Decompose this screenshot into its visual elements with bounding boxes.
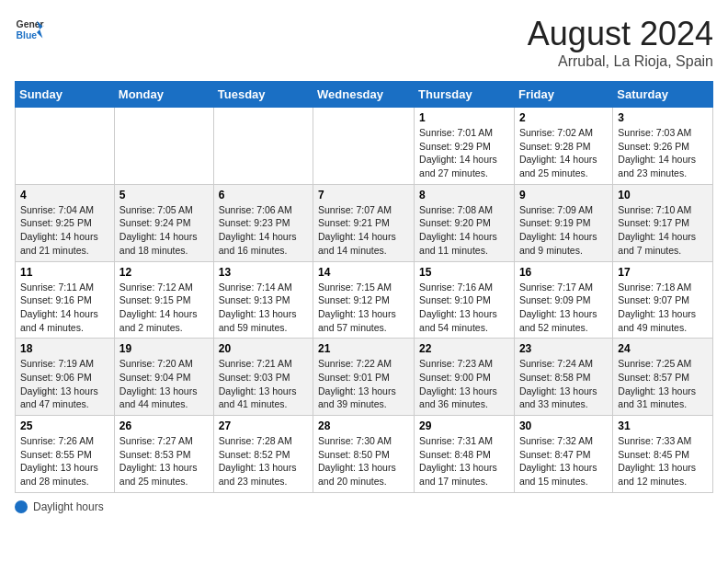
day-info: Sunrise: 7:20 AM Sunset: 9:04 PM Dayligh…	[119, 357, 209, 411]
day-number: 12	[119, 266, 209, 279]
day-number: 4	[20, 189, 109, 201]
calendar-week-row: 1Sunrise: 7:01 AM Sunset: 9:29 PM Daylig…	[16, 108, 713, 185]
title-block: August 2024 Arrubal, La Rioja, Spain	[528, 15, 713, 70]
day-info: Sunrise: 7:03 AM Sunset: 9:26 PM Dayligh…	[618, 126, 708, 180]
day-number: 6	[219, 189, 308, 201]
calendar-cell: 15Sunrise: 7:16 AM Sunset: 9:10 PM Dayli…	[415, 261, 515, 339]
calendar-cell: 9Sunrise: 7:09 AM Sunset: 9:19 PM Daylig…	[514, 184, 612, 261]
day-info: Sunrise: 7:22 AM Sunset: 9:01 PM Dayligh…	[318, 357, 409, 411]
calendar-day-header: Wednesday	[313, 82, 415, 108]
day-number: 18	[20, 342, 109, 355]
calendar-day-header: Thursday	[415, 82, 515, 108]
footer: Daylight hours	[15, 500, 713, 513]
calendar-cell: 16Sunrise: 7:17 AM Sunset: 9:09 PM Dayli…	[514, 261, 612, 339]
day-number: 2	[519, 111, 608, 124]
day-number: 10	[618, 189, 708, 201]
day-info: Sunrise: 7:28 AM Sunset: 8:52 PM Dayligh…	[219, 434, 308, 488]
day-number: 22	[419, 342, 509, 355]
calendar-cell: 25Sunrise: 7:26 AM Sunset: 8:55 PM Dayli…	[16, 416, 115, 493]
calendar-cell: 28Sunrise: 7:30 AM Sunset: 8:50 PM Dayli…	[313, 416, 415, 493]
calendar-day-header: Monday	[114, 82, 213, 108]
logo-icon: General Blue	[15, 15, 44, 44]
calendar-day-header: Friday	[514, 82, 612, 108]
day-info: Sunrise: 7:33 AM Sunset: 8:45 PM Dayligh…	[618, 434, 708, 488]
calendar-cell: 26Sunrise: 7:27 AM Sunset: 8:53 PM Dayli…	[114, 416, 213, 493]
calendar-cell: 1Sunrise: 7:01 AM Sunset: 9:29 PM Daylig…	[415, 108, 515, 185]
calendar-cell: 30Sunrise: 7:32 AM Sunset: 8:47 PM Dayli…	[514, 416, 612, 493]
day-number: 24	[618, 342, 708, 355]
calendar-week-row: 4Sunrise: 7:04 AM Sunset: 9:25 PM Daylig…	[16, 184, 713, 261]
day-number: 11	[20, 266, 109, 279]
calendar-cell	[213, 108, 313, 185]
day-info: Sunrise: 7:14 AM Sunset: 9:13 PM Dayligh…	[219, 281, 308, 335]
calendar-cell: 10Sunrise: 7:10 AM Sunset: 9:17 PM Dayli…	[613, 184, 713, 261]
daylight-icon	[15, 500, 28, 513]
calendar-cell	[114, 108, 213, 185]
calendar-week-row: 25Sunrise: 7:26 AM Sunset: 8:55 PM Dayli…	[16, 416, 713, 493]
calendar-cell	[16, 108, 115, 185]
day-info: Sunrise: 7:27 AM Sunset: 8:53 PM Dayligh…	[119, 434, 209, 488]
day-number: 21	[318, 342, 409, 355]
calendar-week-row: 18Sunrise: 7:19 AM Sunset: 9:06 PM Dayli…	[16, 339, 713, 416]
day-info: Sunrise: 7:11 AM Sunset: 9:16 PM Dayligh…	[20, 281, 109, 335]
day-info: Sunrise: 7:30 AM Sunset: 8:50 PM Dayligh…	[318, 434, 409, 488]
day-number: 3	[618, 111, 708, 124]
subtitle: Arrubal, La Rioja, Spain	[528, 53, 713, 70]
day-info: Sunrise: 7:08 AM Sunset: 9:20 PM Dayligh…	[419, 203, 509, 258]
day-info: Sunrise: 7:16 AM Sunset: 9:10 PM Dayligh…	[419, 281, 509, 335]
calendar-cell: 12Sunrise: 7:12 AM Sunset: 9:15 PM Dayli…	[114, 261, 213, 339]
day-number: 27	[219, 419, 308, 432]
calendar-cell: 20Sunrise: 7:21 AM Sunset: 9:03 PM Dayli…	[213, 339, 313, 416]
day-number: 19	[119, 342, 209, 355]
day-number: 5	[119, 189, 209, 201]
calendar-cell: 19Sunrise: 7:20 AM Sunset: 9:04 PM Dayli…	[114, 339, 213, 416]
calendar-day-header: Saturday	[613, 82, 713, 108]
calendar-header-row: SundayMondayTuesdayWednesdayThursdayFrid…	[16, 82, 713, 108]
day-number: 29	[419, 419, 509, 432]
day-info: Sunrise: 7:32 AM Sunset: 8:47 PM Dayligh…	[519, 434, 608, 488]
calendar-cell: 7Sunrise: 7:07 AM Sunset: 9:21 PM Daylig…	[313, 184, 415, 261]
day-info: Sunrise: 7:04 AM Sunset: 9:25 PM Dayligh…	[20, 203, 109, 258]
day-number: 13	[219, 266, 308, 279]
main-title: August 2024	[528, 15, 713, 53]
calendar-cell: 8Sunrise: 7:08 AM Sunset: 9:20 PM Daylig…	[415, 184, 515, 261]
day-number: 8	[419, 189, 509, 201]
day-info: Sunrise: 7:31 AM Sunset: 8:48 PM Dayligh…	[419, 434, 509, 488]
day-info: Sunrise: 7:17 AM Sunset: 9:09 PM Dayligh…	[519, 281, 608, 335]
calendar-table: SundayMondayTuesdayWednesdayThursdayFrid…	[15, 81, 713, 493]
day-number: 26	[119, 419, 209, 432]
calendar-cell: 31Sunrise: 7:33 AM Sunset: 8:45 PM Dayli…	[613, 416, 713, 493]
day-number: 31	[618, 419, 708, 432]
day-number: 17	[618, 266, 708, 279]
calendar-week-row: 11Sunrise: 7:11 AM Sunset: 9:16 PM Dayli…	[16, 261, 713, 339]
day-number: 15	[419, 266, 509, 279]
calendar-cell: 5Sunrise: 7:05 AM Sunset: 9:24 PM Daylig…	[114, 184, 213, 261]
calendar-cell: 14Sunrise: 7:15 AM Sunset: 9:12 PM Dayli…	[313, 261, 415, 339]
day-number: 9	[519, 189, 608, 201]
day-info: Sunrise: 7:06 AM Sunset: 9:23 PM Dayligh…	[219, 203, 308, 258]
calendar-cell: 23Sunrise: 7:24 AM Sunset: 8:58 PM Dayli…	[514, 339, 612, 416]
calendar-cell: 2Sunrise: 7:02 AM Sunset: 9:28 PM Daylig…	[514, 108, 612, 185]
day-info: Sunrise: 7:15 AM Sunset: 9:12 PM Dayligh…	[318, 281, 409, 335]
day-info: Sunrise: 7:05 AM Sunset: 9:24 PM Dayligh…	[119, 203, 209, 258]
calendar-body: 1Sunrise: 7:01 AM Sunset: 9:29 PM Daylig…	[16, 108, 713, 493]
day-info: Sunrise: 7:26 AM Sunset: 8:55 PM Dayligh…	[20, 434, 109, 488]
day-info: Sunrise: 7:24 AM Sunset: 8:58 PM Dayligh…	[519, 357, 608, 411]
day-info: Sunrise: 7:10 AM Sunset: 9:17 PM Dayligh…	[618, 203, 708, 258]
day-info: Sunrise: 7:18 AM Sunset: 9:07 PM Dayligh…	[618, 281, 708, 335]
calendar-cell: 6Sunrise: 7:06 AM Sunset: 9:23 PM Daylig…	[213, 184, 313, 261]
day-info: Sunrise: 7:02 AM Sunset: 9:28 PM Dayligh…	[519, 126, 608, 180]
logo: General Blue	[15, 15, 44, 44]
calendar-cell: 3Sunrise: 7:03 AM Sunset: 9:26 PM Daylig…	[613, 108, 713, 185]
calendar-cell: 27Sunrise: 7:28 AM Sunset: 8:52 PM Dayli…	[213, 416, 313, 493]
day-number: 28	[318, 419, 409, 432]
day-number: 20	[219, 342, 308, 355]
page-header: General Blue August 2024 Arrubal, La Rio…	[15, 15, 713, 70]
day-info: Sunrise: 7:12 AM Sunset: 9:15 PM Dayligh…	[119, 281, 209, 335]
calendar-cell: 13Sunrise: 7:14 AM Sunset: 9:13 PM Dayli…	[213, 261, 313, 339]
day-info: Sunrise: 7:25 AM Sunset: 8:57 PM Dayligh…	[618, 357, 708, 411]
day-info: Sunrise: 7:19 AM Sunset: 9:06 PM Dayligh…	[20, 357, 109, 411]
calendar-cell: 24Sunrise: 7:25 AM Sunset: 8:57 PM Dayli…	[613, 339, 713, 416]
calendar-cell: 11Sunrise: 7:11 AM Sunset: 9:16 PM Dayli…	[16, 261, 115, 339]
day-number: 23	[519, 342, 608, 355]
